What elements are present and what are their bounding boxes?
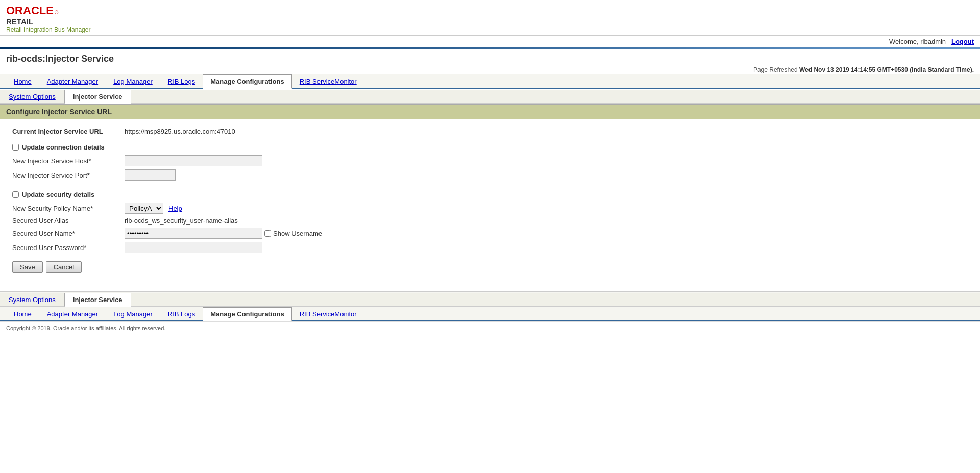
- current-url-value: https://msp8925.us.oracle.com:47010: [125, 128, 235, 135]
- security-policy-row: New Security Policy Name* PolicyA Policy…: [12, 203, 968, 214]
- retail-label: RETAIL: [6, 17, 974, 26]
- secured-username-row: Secured User Name* Show Username: [12, 228, 968, 239]
- secured-alias-row: Secured User Alias rib-ocds_ws_security_…: [12, 217, 968, 225]
- sub-tabs: System Options Injector Service: [0, 90, 980, 104]
- tab-log-manager[interactable]: Log Manager: [106, 74, 160, 88]
- subtab-system-options[interactable]: System Options: [0, 90, 64, 103]
- secured-alias-label: Secured User Alias: [12, 217, 125, 225]
- footer-subtab-injector-service[interactable]: Injector Service: [64, 293, 131, 307]
- welcome-text: Welcome, ribadmin: [889, 38, 946, 45]
- button-row: Save Cancel: [12, 261, 968, 273]
- footer-tab-rib-servicemonitor[interactable]: RIB ServiceMonitor: [292, 307, 364, 320]
- security-policy-label: New Security Policy Name*: [12, 205, 125, 212]
- footer-tab-rib-logs[interactable]: RIB Logs: [160, 307, 203, 320]
- footer-sub-tabs-inner: System Options Injector Service: [0, 293, 980, 307]
- secured-username-label: Secured User Name*: [12, 230, 125, 237]
- update-connection-checkbox[interactable]: [12, 144, 19, 151]
- tab-rib-logs[interactable]: RIB Logs: [160, 74, 203, 88]
- new-port-input[interactable]: [125, 169, 176, 181]
- update-security-row: Update security details: [12, 191, 968, 198]
- refresh-time: Wed Nov 13 2019 14:14:55 GMT+0530 (India…: [799, 66, 974, 73]
- secured-password-row: Secured User Password*: [12, 242, 968, 253]
- footer-nav-tabs: Home Adapter Manager Log Manager RIB Log…: [0, 307, 980, 321]
- top-bar: Welcome, ribadmin Logout: [0, 36, 980, 47]
- logout-link[interactable]: Logout: [951, 38, 974, 45]
- secured-password-input[interactable]: [125, 242, 262, 253]
- show-username-row: Show Username: [264, 230, 322, 237]
- save-button[interactable]: Save: [12, 261, 43, 273]
- footer-tab-home[interactable]: Home: [6, 307, 39, 320]
- nav-tabs: Home Adapter Manager Log Manager RIB Log…: [0, 74, 980, 89]
- cancel-button[interactable]: Cancel: [46, 261, 82, 273]
- oracle-logo: ORACLE ® RETAIL Retail Integration Bus M…: [6, 4, 974, 33]
- secured-alias-value: rib-ocds_ws_security_user-name-alias: [125, 217, 238, 225]
- main-content: Current Injector Service URL https://msp…: [0, 119, 980, 281]
- secured-password-label: Secured User Password*: [12, 244, 125, 252]
- oracle-reg-mark: ®: [55, 10, 58, 15]
- refresh-info: Page Refreshed Wed Nov 13 2019 14:14:55 …: [0, 65, 980, 74]
- footer-sub-tabs: System Options Injector Service Home Ada…: [0, 291, 980, 321]
- current-url-label: Current Injector Service URL: [12, 128, 125, 135]
- update-connection-label[interactable]: Update connection details: [22, 143, 105, 151]
- help-link[interactable]: Help: [168, 205, 182, 212]
- page-title: rib-ocds:Injector Service: [6, 54, 974, 64]
- update-security-checkbox[interactable]: [12, 191, 19, 198]
- tab-adapter-manager[interactable]: Adapter Manager: [39, 74, 106, 88]
- oracle-brand: ORACLE: [6, 4, 54, 17]
- footer-tab-log-manager[interactable]: Log Manager: [106, 307, 160, 320]
- footer-tab-manage-configurations[interactable]: Manage Configurations: [203, 307, 291, 321]
- new-port-label: New Injector Service Port*: [12, 171, 125, 179]
- new-host-input[interactable]: [125, 155, 262, 166]
- tab-rib-servicemonitor[interactable]: RIB ServiceMonitor: [292, 74, 364, 88]
- tab-manage-configurations[interactable]: Manage Configurations: [203, 74, 291, 89]
- update-security-label[interactable]: Update security details: [22, 191, 94, 198]
- tab-home[interactable]: Home: [6, 74, 39, 88]
- show-username-checkbox[interactable]: [264, 230, 271, 237]
- new-host-row: New Injector Service Host*: [12, 155, 968, 166]
- page-title-section: rib-ocds:Injector Service: [0, 49, 980, 65]
- new-port-row: New Injector Service Port*: [12, 169, 968, 181]
- secured-username-input[interactable]: [125, 228, 262, 239]
- footer-tab-adapter-manager[interactable]: Adapter Manager: [39, 307, 106, 320]
- copyright: Copyright © 2019, Oracle and/or its affi…: [0, 321, 980, 334]
- header: ORACLE ® RETAIL Retail Integration Bus M…: [0, 0, 980, 36]
- update-connection-row: Update connection details: [12, 143, 968, 151]
- section-header: Configure Injector Service URL: [0, 104, 980, 119]
- subtab-injector-service[interactable]: Injector Service: [64, 90, 131, 104]
- footer-subtab-system-options[interactable]: System Options: [0, 293, 64, 306]
- app-subtitle: Retail Integration Bus Manager: [6, 26, 974, 33]
- show-username-label[interactable]: Show Username: [273, 230, 322, 237]
- current-url-row: Current Injector Service URL https://msp…: [12, 128, 968, 135]
- security-policy-select[interactable]: PolicyA PolicyB PolicyC: [125, 203, 163, 214]
- new-host-label: New Injector Service Host*: [12, 157, 125, 165]
